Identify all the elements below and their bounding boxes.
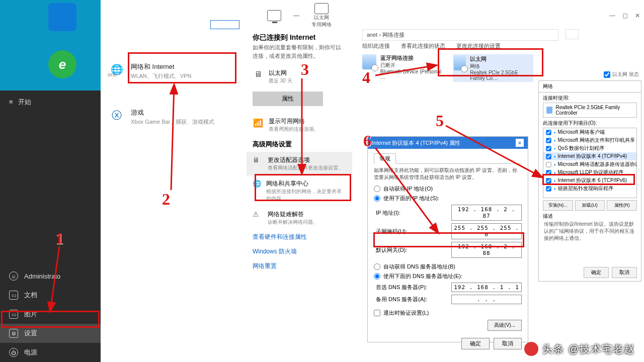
watermark: 头条 @技术宅老赵 xyxy=(524,342,635,356)
router-icon xyxy=(314,3,329,14)
desktop-app-icon[interactable] xyxy=(48,3,76,31)
uninstall-button[interactable]: 卸载(U) xyxy=(575,200,605,211)
dns1-field[interactable]: 192 . 168 . 1 . 1 xyxy=(451,283,522,292)
annotation-number-5: 5 xyxy=(436,112,444,130)
radio-manual-dns[interactable] xyxy=(374,273,380,280)
category-network[interactable]: 🌐 网络和 InternetWLAN、飞行模式、VPN xyxy=(101,55,247,87)
sharing-center[interactable]: 🌐网络和共享中心根据所连接到的网络，决定要共享的内容。 xyxy=(247,175,352,206)
dialog-titlebar: Internet 协议版本 4 (TCP/IPv4) 属性× xyxy=(368,137,528,149)
minimize-icon[interactable]: — xyxy=(609,12,615,19)
start-menu-header: ≡开始 xyxy=(0,90,101,114)
ok-button[interactable]: 确定 xyxy=(584,267,609,278)
radio-manual-ip[interactable] xyxy=(374,195,380,202)
link-firewall[interactable]: Windows 防火墙 xyxy=(247,244,352,259)
connection-bluetooth[interactable]: 蓝牙网络连接已断开Bluetooth Device (Personal … xyxy=(362,54,443,80)
status-hint-check[interactable] xyxy=(604,71,610,78)
toolbar-change[interactable]: 更改此连接的设置 xyxy=(456,42,501,50)
maximize-icon[interactable]: ▢ xyxy=(622,12,628,19)
close-icon[interactable]: ✕ xyxy=(635,12,640,19)
properties-button[interactable]: 属性 xyxy=(253,92,323,106)
desktop-area: e xyxy=(0,0,101,90)
monitor-icon: 🖥 xyxy=(253,69,264,80)
show-available-networks[interactable]: 📶显示可用网络查看周围的连接选项。 xyxy=(247,113,352,137)
connect-using-label: 连接时使用: xyxy=(543,95,637,102)
install-button[interactable]: 安装(N)... xyxy=(543,200,573,211)
close-icon[interactable]: × xyxy=(516,139,524,147)
radio-auto-ip[interactable] xyxy=(374,186,380,192)
radio-auto-dns[interactable] xyxy=(374,263,380,270)
link-hardware-props[interactable]: 查看硬件和连接属性 xyxy=(247,230,352,244)
change-adapter-options[interactable]: 🖥更改适配器选项查看网络适配器并更改连接设置。 xyxy=(247,152,352,175)
ethernet-item[interactable]: 🖥以太网最近 30 天 xyxy=(247,65,352,88)
connection-icon xyxy=(362,54,376,69)
toolbar-organize[interactable]: 组织此连接 xyxy=(362,42,390,50)
ipv4-properties-dialog: Internet 协议版本 4 (TCP/IPv4) 属性× 常规 如果网络支持… xyxy=(367,136,528,342)
warning-icon: ⚠ xyxy=(253,210,263,218)
toolbar-status[interactable]: 查看此连接的状态 xyxy=(401,42,445,50)
explorer-search[interactable] xyxy=(566,29,579,39)
adapter-icon xyxy=(546,107,552,114)
dns2-field[interactable]: . . . xyxy=(451,295,522,304)
gear-icon: ⚙ xyxy=(9,329,18,338)
ip-address-field[interactable]: 192 . 168 . 2 . 87 xyxy=(451,205,522,221)
cancel-button[interactable]: 取消 xyxy=(612,267,637,278)
picture-icon: ▭ xyxy=(9,310,18,319)
items-label: 此连接使用下列项目(O): xyxy=(543,120,637,127)
browser-icon[interactable]: e xyxy=(48,50,76,78)
share-icon: 🌐 xyxy=(253,179,261,188)
start-power[interactable]: ⏻电源 xyxy=(0,343,101,362)
advanced-button[interactable]: 高级(V)... xyxy=(488,320,522,331)
category-gaming[interactable]: ⓧ 游戏Xbox Game Bar、捕获、游戏模式 xyxy=(101,101,247,133)
subnet-mask-field[interactable]: 255 . 255 . 255 . 0 xyxy=(451,223,522,239)
sidebar-label: one xyxy=(108,71,117,77)
tab-network[interactable]: 网络 xyxy=(543,83,553,89)
description-text: 传输控制协议/Internet 协议。该协议是默认的广域网络协议，用于在不同的相… xyxy=(543,220,637,243)
ethernet-properties-dialog: 以太网 状态 网络 连接时使用: Realtek PCIe 2.5GbE Fam… xyxy=(538,80,641,282)
user-icon: ☺ xyxy=(9,272,18,281)
start-documents[interactable]: ▭文档 xyxy=(0,286,101,305)
protocol-ipv4: ▪Internet 协议版本 4 (TCP/IPv4) xyxy=(543,152,636,160)
advanced-section-title: 高级网络设置 xyxy=(247,137,352,152)
adapter-icon: 🖥 xyxy=(253,156,263,164)
adapter-name: Realtek PCIe 2.5GbE Family Controller xyxy=(543,103,637,118)
monitor-icon xyxy=(267,10,281,21)
network-troubleshoot[interactable]: ⚠网络疑难解答诊断并解决网络问题。 xyxy=(247,206,352,230)
protocol-list[interactable]: ▪Microsoft 网络客户端 ▪Microsoft 网络的文件和打印机共享 … xyxy=(543,128,637,198)
xbox-icon: ⓧ xyxy=(110,108,124,122)
connection-icon xyxy=(454,55,466,70)
start-settings[interactable]: ⚙设置 xyxy=(0,324,101,343)
start-user[interactable]: ☺Administrato xyxy=(0,266,101,286)
start-menu: ≡开始 ☺Administrato ▭文档 ▭图片 ⚙设置 ⏻电源 xyxy=(0,90,101,362)
cancel-button[interactable]: 取消 xyxy=(494,338,522,349)
link-network-reset[interactable]: 网络重置 xyxy=(247,259,352,274)
start-pictures[interactable]: ▭图片 xyxy=(0,305,101,324)
gateway-field[interactable]: 192 . 168 . 2 . 88 xyxy=(451,242,522,258)
explorer-toolbar: 组织此连接 查看此连接的状态 更改此连接的设置 xyxy=(362,42,501,50)
avatar-icon xyxy=(524,342,538,356)
window-controls: — ▢ ✕ xyxy=(609,12,640,19)
settings-search[interactable] xyxy=(210,20,239,29)
status-headline: 你已连接到 Internet xyxy=(247,29,352,43)
validate-on-exit[interactable] xyxy=(374,310,380,316)
breadcrumb[interactable]: anet › 网络连接 xyxy=(362,29,558,41)
ok-button[interactable]: 确定 xyxy=(461,338,490,349)
device-diagram: — 以太网专用网络 xyxy=(247,0,352,29)
tab-general[interactable]: 常规 xyxy=(374,153,396,164)
status-headline-sub: 如果你的流量套餐有限制，则你可以连接，或者更改其他属性。 xyxy=(247,43,352,65)
document-icon: ▭ xyxy=(9,291,18,300)
power-icon: ⏻ xyxy=(9,348,18,357)
wifi-icon: 📶 xyxy=(253,117,264,128)
description-label: 描述 xyxy=(543,213,637,220)
ipv4-hint: 如果网络支持此功能，则可以获取自动指派的 IP 设置。否则，你需要从网络系统管理… xyxy=(374,167,522,181)
item-properties-button[interactable]: 属性(R) xyxy=(607,200,637,211)
connection-ethernet[interactable]: 以太网网络Realtek PCIe 2.5GbE Family Co… xyxy=(453,54,533,82)
